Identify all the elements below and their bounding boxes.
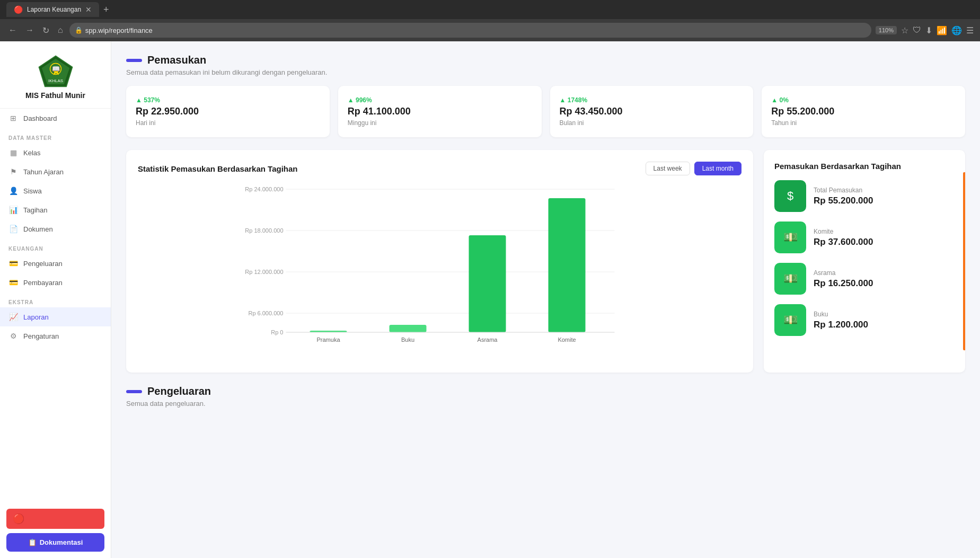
sidebar-item-label: Dokumen	[23, 225, 53, 233]
income-name-buku: Buku	[814, 311, 955, 318]
school-logo: ★ IKHLAS 📖	[37, 54, 74, 91]
school-name: MIS Fathul Munir	[25, 91, 85, 100]
sidebar-item-kelas[interactable]: ▦ Kelas	[0, 143, 111, 162]
menu-icon[interactable]: ☰	[966, 25, 974, 36]
income-info-komite: Komite Rp 37.600.000	[814, 228, 955, 247]
app-wrap: ★ IKHLAS 📖 MIS Fathul Munir ⊞ Dashboard …	[0, 0, 980, 558]
shield-icon: 🛡	[913, 25, 921, 35]
sidebar-item-label: Kelas	[23, 149, 41, 157]
svg-text:📖: 📖	[51, 65, 60, 73]
income-amount-asrama: Rp 16.250.000	[814, 278, 955, 289]
stat-amount-bulan-ini: Rp 43.450.000	[560, 106, 744, 117]
star-icon[interactable]: ☆	[901, 25, 908, 36]
sidebar-bottom: 🔴 📋 Dokumentasi	[0, 502, 111, 558]
dokumentasi-button[interactable]: 📋 Dokumentasi	[6, 533, 104, 552]
dokumen-icon: 📄	[8, 224, 18, 234]
sidebar-item-label: Dashboard	[23, 114, 57, 122]
browser-chrome: 🔴 Laporan Keuangan ✕ + ← → ↻ ⌂ 🔒 110% ☆ …	[0, 0, 980, 41]
stat-amount-hari-ini: Rp 22.950.000	[136, 106, 320, 117]
stat-growth-tahun-ini: 0%	[771, 96, 956, 104]
stats-grid: 537% Rp 22.950.000 Hari ini 996% Rp 41.1…	[126, 86, 965, 137]
sidebar-item-pengeluaran[interactable]: 💳 Pengeluaran	[0, 254, 111, 273]
svg-text:Rp 24.000.000: Rp 24.000.000	[245, 186, 283, 192]
chart-card: Statistik Pemasukan Berdasarkan Tagihan …	[126, 150, 753, 373]
address-bar-wrap: 🔒	[69, 23, 871, 38]
bar-komite	[549, 198, 586, 332]
profile-icon[interactable]: 🌐	[951, 25, 962, 36]
income-info-asrama: Asrama Rp 16.250.000	[814, 269, 955, 289]
sidebar-item-label: Pengaturan	[23, 332, 59, 340]
svg-text:IKHLAS: IKHLAS	[48, 78, 63, 83]
toolbar-icons: ☆ 🛡 ⬇ 📶 🌐 ☰	[901, 25, 974, 36]
filter-last-month-button[interactable]: Last month	[694, 162, 741, 175]
svg-text:Komite: Komite	[558, 336, 576, 343]
tab-title: Laporan Keuangan	[27, 6, 81, 13]
income-name-komite: Komite	[814, 228, 955, 235]
main-content: Pemasukan Semua data pemasukan ini belum…	[111, 41, 980, 558]
section-bar	[126, 59, 142, 62]
alert-icon: 🔴	[13, 513, 24, 525]
total-icon: $	[774, 180, 806, 212]
panel-title: Pemasukan Berdasarkan Tagihan	[774, 162, 955, 171]
sidebar: ★ IKHLAS 📖 MIS Fathul Munir ⊞ Dashboard …	[0, 41, 111, 558]
main-inner: Pemasukan Semua data pemasukan ini belum…	[111, 41, 980, 430]
svg-text:Asrama: Asrama	[478, 336, 498, 343]
stat-amount-tahun-ini: Rp 55.200.000	[771, 106, 956, 117]
pengeluaran-icon: 💳	[8, 259, 18, 268]
address-input[interactable]	[69, 23, 871, 38]
stats-icon: 📶	[937, 25, 947, 36]
sidebar-nav: ⊞ Dashboard DATA MASTER ▦ Kelas ⚑ Tahun …	[0, 109, 111, 346]
pengeluaran-title: Pengeluaran	[147, 385, 211, 397]
sidebar-item-label: Pengeluaran	[23, 260, 63, 268]
stat-growth-bulan-ini: 1748%	[560, 96, 744, 104]
sidebar-item-pembayaran[interactable]: 💳 Pembayaran	[0, 273, 111, 292]
sidebar-item-label: Laporan	[23, 313, 49, 321]
sidebar-item-label: Tagihan	[23, 206, 48, 214]
sidebar-item-dokumen[interactable]: 📄 Dokumen	[0, 219, 111, 238]
download-icon[interactable]: ⬇	[925, 25, 932, 36]
sidebar-item-dashboard[interactable]: ⊞ Dashboard	[0, 109, 111, 128]
income-item-buku: 💵 Buku Rp 1.200.000	[774, 304, 955, 336]
lock-icon: 🔒	[75, 26, 83, 34]
chart-header: Statistik Pemasukan Berdasarkan Tagihan …	[138, 162, 741, 175]
pengeluaran-section-header: Pengeluaran	[126, 385, 965, 397]
income-info-buku: Buku Rp 1.200.000	[814, 311, 955, 330]
svg-text:Rp 0: Rp 0	[271, 329, 283, 335]
sidebar-item-laporan[interactable]: 📈 Laporan	[0, 307, 111, 326]
asrama-icon: 💵	[774, 263, 806, 295]
back-button[interactable]: ←	[6, 23, 19, 37]
sidebar-logo: ★ IKHLAS 📖 MIS Fathul Munir	[0, 41, 111, 109]
doc-icon: 📋	[28, 538, 37, 546]
new-tab-button[interactable]: +	[103, 4, 109, 15]
dashboard-icon: ⊞	[8, 113, 18, 123]
pemasukan-title: Pemasukan	[147, 54, 206, 66]
pemasukan-section-header: Pemasukan	[126, 54, 965, 66]
filter-last-week-button[interactable]: Last week	[646, 162, 690, 175]
browser-tab[interactable]: 🔴 Laporan Keuangan ✕	[6, 2, 99, 17]
sidebar-item-tagihan[interactable]: 📊 Tagihan	[0, 200, 111, 219]
home-button[interactable]: ⌂	[56, 23, 65, 37]
sidebar-item-label: Pembayaran	[23, 279, 63, 287]
pemasukan-subtitle: Semua data pemasukan ini belum dikurangi…	[126, 68, 965, 76]
sidebar-item-pengaturan[interactable]: ⚙ Pengaturan	[0, 326, 111, 346]
tahun-ajaran-icon: ⚑	[8, 167, 18, 176]
pengeluaran-subtitle: Semua data pengeluaran.	[126, 400, 965, 408]
income-amount-buku: Rp 1.200.000	[814, 320, 955, 330]
bar-asrama	[469, 235, 506, 332]
browser-toolbar: ← → ↻ ⌂ 🔒 110% ☆ 🛡 ⬇ 📶 🌐 ☰	[0, 19, 980, 41]
kelas-icon: ▦	[8, 148, 18, 157]
income-item-komite: 💵 Komite Rp 37.600.000	[774, 222, 955, 253]
stat-card-bulan-ini: 1748% Rp 43.450.000 Bulan ini	[550, 86, 754, 137]
svg-text:Buku: Buku	[401, 336, 414, 343]
buku-icon: 💵	[774, 304, 806, 336]
sidebar-item-siswa[interactable]: 👤 Siswa	[0, 181, 111, 200]
sidebar-item-tahun-ajaran[interactable]: ⚑ Tahun Ajaran	[0, 162, 111, 181]
reload-button[interactable]: ↻	[40, 23, 51, 38]
income-name-total: Total Pemasukan	[814, 187, 955, 194]
bar-buku	[390, 325, 427, 332]
chart-filter: Last week Last month	[646, 162, 741, 175]
svg-text:Rp 12.000.000: Rp 12.000.000	[245, 269, 283, 275]
forward-button[interactable]: →	[23, 23, 36, 37]
tab-close-button[interactable]: ✕	[85, 5, 92, 14]
svg-text:Rp 18.000.000: Rp 18.000.000	[245, 227, 283, 234]
